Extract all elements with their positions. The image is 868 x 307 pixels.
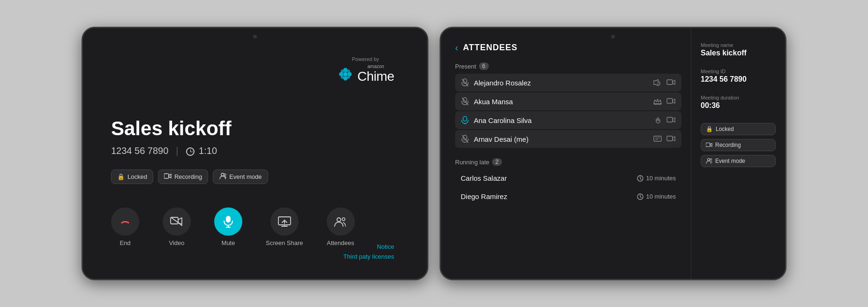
tablet-left: Powered by amazon Chime <box>82 27 428 280</box>
recording-icon <box>164 173 172 180</box>
attendee-row: Alejandro Rosalez <box>455 74 681 92</box>
info-badge-locked: 🔒 Locked <box>701 123 776 135</box>
mic-muted-icon <box>461 97 469 106</box>
svg-rect-29 <box>667 80 673 84</box>
svg-rect-17 <box>226 216 231 223</box>
attendee-row: Arnav Desai (me) <box>455 130 681 148</box>
meeting-time: 1:10 <box>199 146 217 156</box>
screen-share-icon <box>278 216 291 227</box>
attendee-icons <box>653 136 676 142</box>
right-screen: ‹ ATTENDEES Present 6 Aleja <box>441 28 785 279</box>
chime-branding: Powered by amazon Chime <box>337 56 394 84</box>
end-button[interactable]: End <box>111 207 139 246</box>
chime-text: Chime <box>358 69 394 84</box>
present-label: Present 6 <box>455 62 681 70</box>
badge-recording: Recording <box>158 169 208 184</box>
mic-muted-icon <box>461 135 469 143</box>
attendee-icons <box>653 98 676 105</box>
svg-rect-42 <box>667 136 673 141</box>
badge-locked: 🔒 Locked <box>111 169 153 184</box>
attendee-row: Ana Carolina Silva <box>455 111 681 129</box>
raise-hand-icon <box>654 116 662 124</box>
recording-icon-sm <box>706 143 712 147</box>
late-minutes-0: 10 minutes <box>646 175 676 182</box>
powered-by-text: Powered by <box>337 56 394 62</box>
info-badge-event-mode-label: Event mode <box>715 158 745 164</box>
meeting-info-row: 1234 56 7890 | 1:10 <box>111 146 399 156</box>
late-minutes-1: 10 minutes <box>646 193 676 200</box>
mute-button[interactable]: Mute <box>214 207 242 246</box>
clock-icon <box>637 193 644 200</box>
late-count: 2 <box>492 158 502 166</box>
meeting-id-block: Meeting ID 1234 56 7890 <box>701 69 776 84</box>
info-badge-locked-label: Locked <box>716 126 734 132</box>
attendee-name: Akua Mansa <box>474 98 513 106</box>
clock-icon <box>637 175 644 182</box>
video-icon-sm <box>666 79 676 86</box>
panel-header: ‹ ATTENDEES <box>455 42 681 53</box>
svg-rect-9 <box>164 174 169 178</box>
info-badge-recording-label: Recording <box>715 142 741 148</box>
video-label: Video <box>169 239 184 246</box>
screen-share-label: Screen Share <box>266 239 303 246</box>
panel-title: ATTENDEES <box>463 43 518 53</box>
svg-rect-45 <box>706 143 710 147</box>
tablet-right: ‹ ATTENDEES Present 6 Aleja <box>440 27 786 280</box>
svg-marker-28 <box>654 79 658 86</box>
svg-point-24 <box>337 218 341 222</box>
info-badge-recording: Recording <box>701 139 776 151</box>
badge-recording-label: Recording <box>174 173 202 180</box>
lock-icon: 🔒 <box>117 173 125 180</box>
chat-icon <box>653 136 662 142</box>
svg-rect-33 <box>667 99 673 103</box>
back-arrow-icon[interactable]: ‹ <box>455 42 458 53</box>
svg-point-47 <box>710 159 712 161</box>
speaker-icon <box>653 79 662 86</box>
duration-block: Meeting duration 00:36 <box>701 95 776 110</box>
badge-locked-label: Locked <box>127 173 147 180</box>
divider: | <box>176 146 178 156</box>
video-icon-sm <box>666 136 676 142</box>
mic-active-icon <box>461 116 469 124</box>
screen-share-button[interactable]: Screen Share <box>266 207 303 246</box>
late-name: Carlos Salazar <box>461 174 507 182</box>
end-label: End <box>120 239 130 246</box>
attendees-button[interactable]: Attendees <box>327 207 355 246</box>
meeting-name-value: Sales kickoff <box>701 49 776 57</box>
present-count: 6 <box>479 62 489 70</box>
meeting-id-value: 1234 56 7890 <box>701 75 776 84</box>
chime-flower-icon <box>337 66 354 83</box>
late-row: Diego Ramirez 10 minutes <box>455 188 681 205</box>
status-badges: 🔒 Locked Recording <box>111 169 399 184</box>
video-button[interactable]: Video <box>163 207 191 246</box>
video-icon-sm <box>666 117 676 123</box>
badge-event-mode: Event mode <box>213 169 268 184</box>
svg-rect-39 <box>654 136 661 141</box>
running-late-label: Running late 2 <box>455 158 681 166</box>
late-row: Carlos Salazar 10 minutes <box>455 169 681 187</box>
attendee-name: Alejandro Rosalez <box>474 79 531 87</box>
event-mode-icon <box>219 172 226 181</box>
svg-rect-36 <box>667 117 673 122</box>
camera-dot-right <box>611 35 615 38</box>
late-time: 10 minutes <box>637 175 676 182</box>
late-name: Diego Ramirez <box>461 192 507 200</box>
attendee-list: Alejandro Rosalez <box>455 74 681 148</box>
svg-point-25 <box>342 218 345 221</box>
left-screen: Powered by amazon Chime <box>83 28 427 279</box>
meeting-name-block: Meeting name Sales kickoff <box>701 42 776 57</box>
crown-icon <box>653 98 662 105</box>
mic-muted-icon <box>461 78 469 87</box>
third-party-link[interactable]: Third paty licenses <box>344 252 394 262</box>
chime-logo: amazon Chime <box>337 64 394 84</box>
svg-rect-34 <box>463 116 467 121</box>
video-icon <box>170 216 183 227</box>
attendees-icon <box>334 216 347 227</box>
info-badges: 🔒 Locked Recording <box>701 123 776 167</box>
notice-link[interactable]: Notice <box>344 242 394 252</box>
event-mode-icon-sm <box>706 158 712 164</box>
mute-icon <box>223 215 233 228</box>
badge-event-mode-label: Event mode <box>229 173 262 180</box>
timer-icon <box>186 147 195 156</box>
late-list: Carlos Salazar 10 minutes Diego Ramirez <box>455 169 681 205</box>
